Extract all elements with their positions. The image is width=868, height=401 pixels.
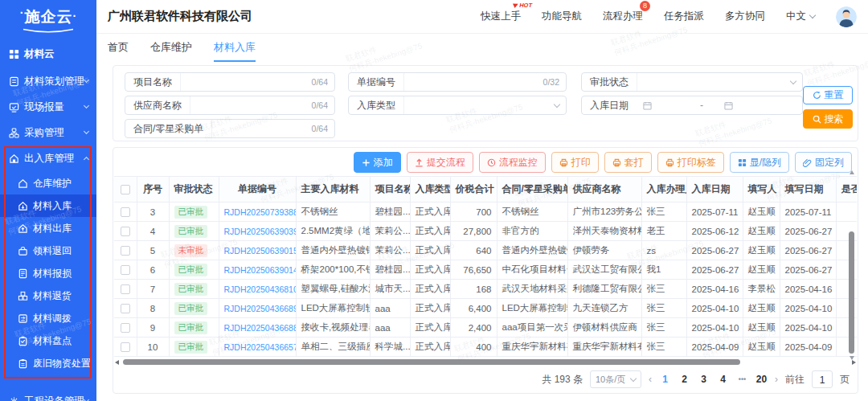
doc-link[interactable]: RJDH20250436689 xyxy=(224,304,297,313)
sidebar-item-procurement[interactable]: 采购管理 xyxy=(0,121,96,145)
doc-link[interactable]: RJDH20250436688 xyxy=(224,323,297,333)
table-row[interactable]: 10 已审批 RJDH20250436657 单相二、三级插座 科学城... 正… xyxy=(114,338,857,357)
doc-link[interactable]: RJDH20250639014 xyxy=(224,265,297,275)
scroll-down-arrow-icon[interactable] xyxy=(850,356,854,360)
nav-task-assign[interactable]: 任务指派 xyxy=(664,10,704,23)
table-row[interactable]: 8 已审批 RJDH20250436689 LED大屏幕控制软件,... aaa… xyxy=(114,299,857,318)
nav-multi-collab[interactable]: 多方协同 xyxy=(725,10,765,23)
batch-print-button[interactable]: 套打 xyxy=(604,152,652,173)
row-checkbox[interactable] xyxy=(121,342,130,352)
row-checkbox[interactable] xyxy=(121,227,130,236)
select-all-checkbox[interactable] xyxy=(121,185,130,194)
sidebar-subitem-material-outbound[interactable]: 材料出库 xyxy=(0,217,96,239)
sidebar-subitem-material-transfer[interactable]: 材料调拨 xyxy=(0,307,96,329)
contract-field[interactable]: 合同/零星采购单 0/64 xyxy=(125,119,335,138)
page-ellipsis[interactable]: ••• xyxy=(736,375,748,383)
doc-no-field[interactable]: 单据编号 0/32 xyxy=(348,72,567,92)
nav-quick-start[interactable]: HOT快速上手 xyxy=(481,10,521,23)
search-button[interactable]: 搜索 xyxy=(803,109,853,129)
page-number[interactable]: 1 xyxy=(659,374,671,385)
reset-button[interactable]: 重置 xyxy=(803,86,853,104)
row-checkbox[interactable] xyxy=(121,265,130,275)
doc-link[interactable]: RJDH20250739388 xyxy=(224,207,297,217)
page-number-last[interactable]: 20 xyxy=(755,374,768,385)
col-type[interactable]: 入库类型 xyxy=(410,177,450,203)
nav-process-handle[interactable]: 8流程办理 xyxy=(603,10,643,23)
col-in-date[interactable]: 入库日期 xyxy=(686,177,743,203)
col-status[interactable]: 审批状态 xyxy=(169,177,219,203)
goto-page-input[interactable]: 1 xyxy=(812,370,833,388)
col-contract[interactable]: 合同/零星采购单 xyxy=(497,177,567,203)
inbound-type-select[interactable]: 入库类型 xyxy=(348,96,567,115)
scroll-right-arrow-icon[interactable] xyxy=(852,360,856,365)
submit-process-button[interactable]: 提交流程 xyxy=(407,152,473,173)
row-checkbox[interactable] xyxy=(121,304,130,313)
col-handler[interactable]: 入库办理人 xyxy=(641,177,686,203)
row-checkbox[interactable] xyxy=(121,323,130,333)
page-number[interactable]: 3 xyxy=(698,374,710,385)
print-button[interactable]: 打印 xyxy=(551,152,599,173)
scroll-left-arrow-icon[interactable] xyxy=(115,360,119,365)
sidebar-subitem-material-return[interactable]: 材料退货 xyxy=(0,284,96,307)
page-size-select[interactable]: 10条/页 xyxy=(590,370,641,388)
doc-link[interactable]: RJDH20250639039 xyxy=(224,227,297,236)
inbound-date-range[interactable]: 入库日期 - xyxy=(581,96,803,115)
fix-columns-button[interactable]: 固定列 xyxy=(795,152,852,173)
col-fill-date[interactable]: 填写日期 xyxy=(780,177,836,203)
col-seq[interactable]: 序号 xyxy=(137,177,169,203)
horizontal-scrollbar[interactable] xyxy=(115,359,856,366)
table-row[interactable]: 3 已审批 RJDH20250739388 不锈钢丝 碧桂园... 正式入库 7… xyxy=(114,203,857,222)
col-material[interactable]: 主要入库材料 xyxy=(296,177,370,203)
sidebar-item-in-out-management[interactable]: 出入库管理 xyxy=(0,146,96,170)
supplier-name-field[interactable]: 供应商名称 0/64 xyxy=(125,96,335,115)
vertical-scroll-thumb[interactable] xyxy=(849,231,854,354)
col-doc-no[interactable]: 单据编号 xyxy=(219,177,296,203)
language-selector[interactable]: 中文 xyxy=(786,10,815,23)
row-checkbox[interactable] xyxy=(121,246,130,256)
sidebar-item-equipment[interactable]: 工程设备管理 xyxy=(0,389,96,401)
approval-status-select[interactable]: 审批状态 xyxy=(581,72,803,92)
sidebar-subitem-material-stocktake[interactable]: 材料盘点 xyxy=(0,329,96,352)
sidebar-subitem-material-inbound[interactable]: 材料入库 xyxy=(0,194,96,217)
next-page-button[interactable]: › xyxy=(775,374,778,385)
col-amount[interactable]: 价税合计 xyxy=(450,177,497,203)
row-checkbox[interactable] xyxy=(121,284,130,294)
project-name-field[interactable]: 项目名称 0/64 xyxy=(125,72,335,92)
scroll-up-arrow-icon[interactable] xyxy=(850,170,854,174)
table-row[interactable]: 4 已审批 RJDH20250639039 2.5MM2黄绿（地）,... 茉莉… xyxy=(114,222,857,241)
page-number[interactable]: 4 xyxy=(717,374,729,385)
table-row[interactable]: 5 未审批 RJDH20250639015 普通内外壁热镀锌钢... 茉莉公..… xyxy=(114,241,857,260)
print-label-button[interactable]: 打印标签 xyxy=(657,152,724,173)
table-row[interactable]: 6 已审批 RJDH20250639014 桥架200*100,不锈... 碧桂… xyxy=(114,260,857,280)
sidebar-item-material-planning[interactable]: 材料策划管理 xyxy=(0,69,96,93)
horizontal-scroll-thumb[interactable] xyxy=(123,359,740,365)
doc-link[interactable]: RJDH20250436657 xyxy=(224,342,297,352)
tab-material-inbound[interactable]: 材料入库 xyxy=(214,40,256,62)
vertical-scrollbar[interactable] xyxy=(849,177,855,358)
nav-function-guide[interactable]: 功能导航 xyxy=(542,10,582,23)
avatar[interactable] xyxy=(836,6,857,27)
table-row[interactable]: 7 已审批 RJDH20250436810 塑翼螺母,硅酸水泥 城市天... 正… xyxy=(114,280,857,299)
sidebar-subitem-material-damage[interactable]: 材料报损 xyxy=(0,262,96,284)
sidebar-subitem-pick-return[interactable]: 领料退回 xyxy=(0,239,96,262)
row-checkbox[interactable] xyxy=(121,207,130,217)
sidebar-subitem-label: 仓库维护 xyxy=(33,177,72,190)
pagination: 共 193 条 10条/页 ‹ 1 2 3 4 ••• 20 › 前往 1 页 xyxy=(113,368,850,391)
process-monitor-button[interactable]: 流程监控 xyxy=(479,152,546,173)
add-button[interactable]: 添加 xyxy=(354,152,401,173)
sidebar-item-material-cloud[interactable]: 材料云 xyxy=(0,42,96,66)
col-filler[interactable]: 填写人 xyxy=(743,177,780,203)
table-row[interactable]: 9 已审批 RJDH20250436688 接收卡,视频处理器,L... aaa… xyxy=(114,318,857,338)
tab-home[interactable]: 首页 xyxy=(108,40,129,62)
sidebar-item-site-measure[interactable]: 现场报量 xyxy=(0,95,96,119)
show-hide-columns-button[interactable]: 显/隐列 xyxy=(730,152,789,173)
tab-warehouse-maintain[interactable]: 仓库维护 xyxy=(150,40,192,62)
page-number[interactable]: 2 xyxy=(678,374,690,385)
doc-link[interactable]: RJDH20250436810 xyxy=(224,284,297,294)
col-project[interactable]: 项目名称 xyxy=(370,177,410,203)
prev-page-button[interactable]: ‹ xyxy=(649,374,652,385)
doc-link[interactable]: RJDH20250639015 xyxy=(224,246,297,256)
sidebar-subitem-scrap-disposal[interactable]: 废旧物资处置 xyxy=(0,352,96,374)
sidebar-subitem-warehouse-maintain[interactable]: 仓库维护 xyxy=(0,172,96,194)
col-supplier[interactable]: 供应商名称 xyxy=(567,177,641,203)
